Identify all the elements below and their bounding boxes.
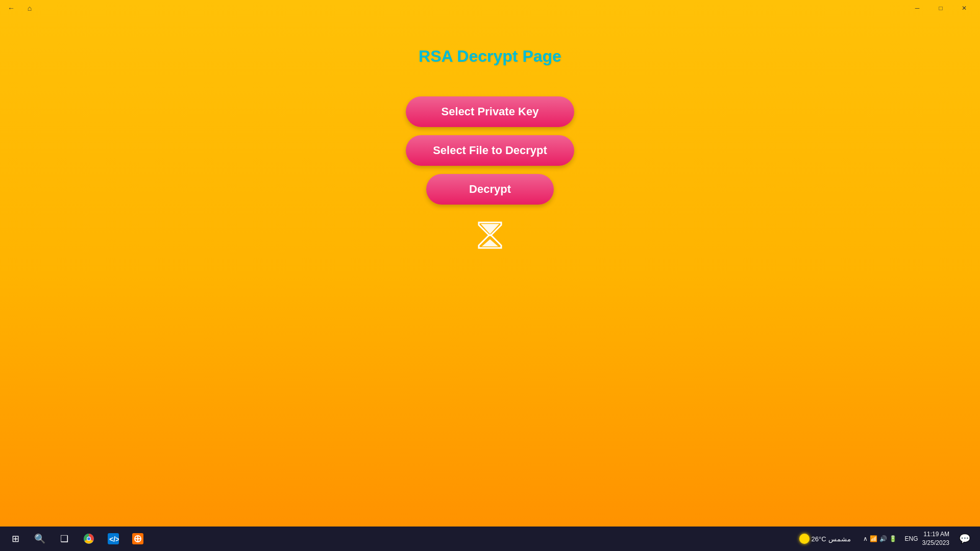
select-private-key-button[interactable]: Select Private Key — [406, 96, 574, 127]
svg-point-3 — [489, 234, 491, 236]
minimize-button[interactable]: ─ — [905, 0, 929, 16]
start-menu-button[interactable]: ⊞ — [4, 528, 27, 550]
app-taskbar-button[interactable] — [127, 528, 149, 550]
title-bar: ← ⌂ ─ □ ✕ — [0, 0, 980, 16]
expand-tray-icon[interactable]: ∧ — [863, 535, 868, 542]
chrome-icon — [83, 533, 94, 544]
system-tray: ∧ 📶 🔊 🔋 — [859, 535, 901, 542]
network-icon: 📶 — [870, 535, 877, 542]
battery-icon: 🔋 — [889, 535, 897, 542]
weather-widget: 26°C مشمس — [799, 534, 851, 544]
page-title: RSA Decrypt Page — [419, 47, 561, 66]
taskbar: ⊞ 🔍 ❑ </> — [0, 527, 980, 551]
svg-text:</>: </> — [109, 535, 119, 543]
weather-temp: 26°C — [812, 535, 826, 543]
windows-icon: ⊞ — [12, 533, 19, 544]
main-content: RSA Decrypt Page Select Private Key Sele… — [0, 16, 980, 527]
search-icon: 🔍 — [34, 533, 45, 544]
app-icon — [132, 533, 143, 544]
language-indicator: ENG — [905, 535, 918, 542]
vscode-taskbar-button[interactable]: </> — [102, 528, 125, 550]
search-button[interactable]: 🔍 — [29, 528, 51, 550]
hourglass-icon — [475, 220, 505, 251]
back-button[interactable]: ← — [4, 1, 18, 15]
home-button[interactable]: ⌂ — [22, 1, 37, 15]
title-bar-controls: ─ □ ✕ — [905, 0, 976, 16]
notification-button[interactable]: 💬 — [953, 528, 976, 550]
close-button[interactable]: ✕ — [952, 0, 976, 16]
taskbar-left: ⊞ 🔍 ❑ </> — [4, 528, 149, 550]
decrypt-button[interactable]: Decrypt — [426, 174, 554, 205]
weather-city: مشمس — [828, 535, 851, 543]
taskbar-clock[interactable]: 11:19 AM 3/25/2023 — [922, 530, 949, 547]
clock-date: 3/25/2023 — [922, 539, 949, 547]
hourglass-container — [475, 220, 505, 251]
vscode-icon: </> — [108, 533, 119, 544]
task-view-button[interactable]: ❑ — [53, 528, 76, 550]
buttons-container: Select Private Key Select File to Decryp… — [406, 96, 574, 205]
select-file-button[interactable]: Select File to Decrypt — [406, 135, 574, 166]
maximize-button[interactable]: □ — [929, 0, 952, 16]
chrome-taskbar-button[interactable] — [78, 528, 100, 550]
task-view-icon: ❑ — [60, 533, 68, 544]
taskbar-right: 26°C مشمس ∧ 📶 🔊 🔋 ENG 11:19 AM 3/25/2023… — [799, 528, 976, 550]
title-bar-left: ← ⌂ — [4, 1, 37, 15]
volume-icon: 🔊 — [879, 535, 887, 542]
clock-time: 11:19 AM — [922, 530, 949, 539]
svg-point-7 — [87, 537, 90, 540]
sun-icon — [799, 534, 810, 544]
notification-icon: 💬 — [959, 533, 970, 544]
